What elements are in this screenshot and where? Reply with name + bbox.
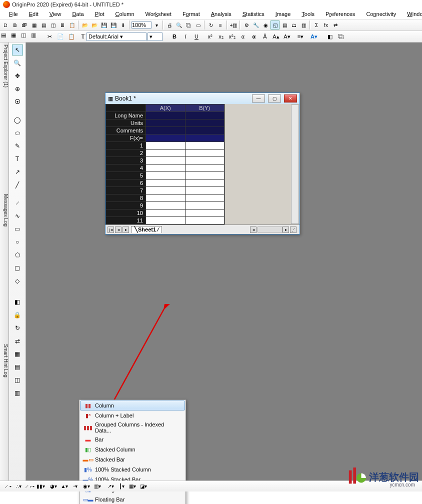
row-header[interactable]: 10 — [106, 210, 146, 217]
greek-alpha-icon[interactable]: α — [238, 32, 248, 41]
menu-view[interactable]: View — [44, 10, 66, 18]
new-excel-icon[interactable]: 🗊 — [20, 20, 29, 30]
zoom-tool-icon[interactable]: 🔍 — [12, 58, 23, 68]
draw-tool-icon[interactable]: ✎ — [12, 140, 23, 152]
cell[interactable] — [146, 194, 186, 202]
menu-item-grouped-columns-indexed-data-[interactable]: ▮▮▮Grouped Columns - Indexed Data... — [80, 420, 185, 434]
underline-icon[interactable]: U — [192, 32, 202, 41]
grid-tool-icon[interactable]: ▦ — [12, 348, 23, 360]
new-notes-icon[interactable]: 🗏 — [58, 20, 67, 30]
new-project-icon[interactable]: 🗋 — [1, 20, 10, 30]
col-a-header[interactable]: A(X) — [146, 104, 186, 112]
region-rect-tool-icon[interactable]: ▢ — [12, 262, 23, 274]
corner-cell[interactable] — [106, 104, 146, 112]
menu-window[interactable]: Window — [402, 10, 422, 18]
workbook-titlebar[interactable]: ▦ Book1 * — ▢ ✕ — [106, 93, 300, 104]
menu-format[interactable]: Format — [178, 10, 205, 18]
worksheet-table[interactable]: A(X) B(Y) Long Name Units Comments F(x)=… — [106, 104, 224, 224]
cell[interactable]: 6 — [146, 180, 186, 187]
menu-preferences[interactable]: Preferences — [320, 10, 360, 18]
menu-item-column[interactable]: ▮▮Column — [80, 400, 185, 410]
legend-tool-icon[interactable]: ◫ — [12, 374, 23, 386]
cell[interactable]: 1 — [146, 142, 186, 150]
menu-item-100-stacked-column[interactable]: ▮%100% Stacked Column — [80, 464, 185, 474]
italic-icon[interactable]: I — [180, 32, 190, 41]
cell[interactable] — [146, 187, 186, 194]
row-header[interactable]: 1 — [106, 142, 146, 150]
cell[interactable] — [185, 187, 224, 194]
stats-icon[interactable]: Σ — [312, 20, 321, 30]
decrease-font-icon[interactable]: A▾ — [282, 32, 292, 41]
menu-item-stacked-bar[interactable]: ▬▭Stacked Bar — [80, 454, 185, 464]
cell[interactable]: 3 — [146, 157, 186, 164]
sheet-nav-next-icon[interactable]: ▸ — [122, 226, 129, 233]
font-size-select[interactable]: ▾ — [148, 32, 162, 41]
menu-item-bar[interactable]: ▬Bar — [80, 434, 185, 444]
scatter-plot-icon[interactable]: ∴▾ — [14, 482, 23, 490]
hscroll-right-icon[interactable]: ▸ — [282, 226, 289, 233]
overlay-icon[interactable]: ⿻ — [336, 32, 346, 41]
cut-icon[interactable]: ✂ — [44, 32, 54, 41]
extra-tool-icon[interactable]: ▥ — [12, 388, 23, 398]
cell[interactable] — [185, 210, 224, 217]
smart-hint-tab[interactable]: Smart Hint Log — [0, 342, 9, 492]
subscript-icon[interactable]: x₂ — [216, 32, 226, 41]
region-tool-icon[interactable]: ◯ — [12, 114, 23, 126]
row-header[interactable]: 8 — [106, 194, 146, 202]
open-template-icon[interactable]: 📋 — [68, 20, 76, 30]
pointer-tool-icon[interactable]: ↖ — [12, 44, 23, 56]
supsub-icon[interactable]: x²₂ — [227, 32, 237, 41]
cell[interactable] — [185, 217, 224, 224]
cell[interactable]: 22 — [185, 150, 224, 157]
template-plot-icon[interactable]: ▦▾ — [128, 482, 137, 490]
cell[interactable]: 4 — [146, 164, 186, 172]
font-select[interactable]: Default: Arial ▾ — [86, 32, 146, 41]
open-icon[interactable]: 📂 — [80, 20, 90, 30]
menu-connectivity[interactable]: Connectivity — [361, 10, 401, 18]
contour-plot-icon[interactable]: ◉▾ — [82, 482, 91, 490]
cell[interactable]: 2 — [146, 150, 186, 157]
mask-tool-icon[interactable]: ⬭ — [12, 128, 23, 138]
box-plot-icon[interactable]: ▫▾ — [71, 482, 80, 490]
swap-tool-icon[interactable]: ⇄ — [12, 336, 23, 346]
row-header[interactable]: 11 — [106, 217, 146, 224]
project-explorer-tab[interactable]: Project Explorer (1) — [0, 42, 9, 192]
horizontal-scrollbar[interactable] — [258, 226, 282, 232]
code-builder-icon[interactable]: ⚙ — [242, 20, 251, 30]
menu-edit[interactable]: Edit — [24, 10, 44, 18]
data-reader-tool-icon[interactable]: ⦿ — [12, 96, 23, 108]
cell[interactable] — [146, 217, 186, 224]
row-header[interactable]: 5 — [106, 172, 146, 180]
menu-item-column-label[interactable]: ▮ᵃColumn + Label — [80, 410, 185, 420]
vector-plot-icon[interactable]: ↗▾ — [106, 482, 115, 490]
column-plot-icon[interactable]: ▮▮▾ — [36, 482, 45, 490]
cell[interactable]: 33 — [185, 157, 224, 164]
sheet-tab[interactable]: ╲Sheet1 ∕ — [131, 226, 162, 233]
zoom-pan-icon[interactable]: ◱ — [270, 20, 280, 30]
cell[interactable]: 66 — [185, 180, 224, 187]
increase-font-icon[interactable]: A▴ — [271, 32, 281, 41]
vertical-scrollbar[interactable] — [291, 104, 299, 224]
bold-icon[interactable]: B — [170, 32, 180, 41]
pie-plot-icon[interactable]: ◕▾ — [49, 482, 58, 490]
close-button[interactable]: ✕ — [284, 94, 297, 102]
menu-statistics[interactable]: Statistics — [238, 10, 270, 18]
pan-tool-icon[interactable]: ✥ — [12, 70, 23, 82]
cell[interactable] — [185, 194, 224, 202]
sheet-nav-first-icon[interactable]: |◂ — [108, 226, 114, 233]
save-template-icon[interactable]: 💾 — [109, 20, 118, 30]
cell[interactable] — [185, 202, 224, 210]
color-scale-icon[interactable]: ▥ — [31, 32, 40, 41]
lock-tool-icon[interactable]: 🔒 — [12, 310, 23, 320]
line-symbol-icon[interactable]: ⟋∘▾ — [25, 482, 34, 490]
arrow-tool-icon[interactable]: ↗ — [12, 166, 23, 178]
refresh-icon[interactable]: ↻ — [206, 20, 216, 30]
new-layout-icon[interactable]: ◫ — [48, 20, 58, 30]
add-column-icon[interactable]: +▥ — [229, 20, 238, 30]
circle-tool-icon[interactable]: ○ — [12, 236, 23, 248]
menu-tools[interactable]: Tools — [296, 10, 320, 18]
recalc-icon[interactable]: ≡ — [216, 20, 225, 30]
new-graph-icon[interactable]: ▦ — [30, 20, 38, 30]
rotate-tool-icon[interactable]: ↻ — [12, 322, 23, 334]
menu-file[interactable]: File — [4, 10, 23, 18]
